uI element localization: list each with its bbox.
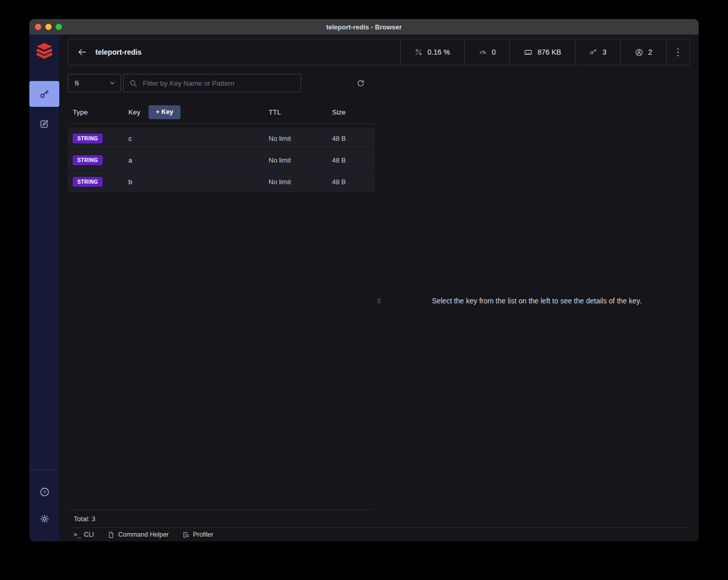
key-size: 48 B <box>332 178 375 186</box>
key-type-badge: STRING <box>73 134 103 143</box>
back-button[interactable] <box>75 45 89 59</box>
column-size: Size <box>332 108 375 116</box>
redis-logo <box>29 35 59 74</box>
key-size: 48 B <box>332 156 375 164</box>
search-box <box>123 74 301 92</box>
cpu-usage-icon <box>415 48 423 56</box>
main-area: teleport-redis 0.16 % <box>59 35 699 541</box>
database-header: teleport-redis 0.16 % <box>68 39 690 66</box>
minimize-button[interactable] <box>45 24 52 30</box>
chevron-down-icon <box>109 79 116 87</box>
keys-list: STRING c No limit 48 B STRING a No limit… <box>68 124 375 509</box>
key-icon <box>39 88 50 100</box>
stat-clients: 2 <box>620 39 666 65</box>
key-name: c <box>128 135 269 142</box>
window-title: teleport-redis - Browser <box>29 23 699 31</box>
gear-icon <box>39 513 50 524</box>
memory-icon <box>524 48 533 57</box>
keys-count-icon <box>589 48 598 56</box>
key-ttl: No limit <box>269 156 332 164</box>
help-icon: ? <box>39 487 50 497</box>
key-ttl: No limit <box>269 178 332 186</box>
keys-total-label: Total: 3 <box>74 515 95 523</box>
cli-label: CLI <box>84 531 94 538</box>
column-ttl: TTL <box>269 108 332 116</box>
settings-button[interactable] <box>29 509 59 528</box>
key-ttl: No limit <box>269 135 332 142</box>
sidebar: ? <box>29 35 59 541</box>
resize-grip-icon: || <box>377 298 381 303</box>
add-key-button[interactable]: + Key <box>148 105 180 119</box>
stat-memory: 876 KB <box>509 39 575 65</box>
key-row[interactable]: STRING a No limit 48 B <box>68 150 375 171</box>
app-window: teleport-redis - Browser <box>29 19 699 541</box>
refresh-icon <box>356 79 365 88</box>
empty-state-message: Select the key from the list on the left… <box>432 297 642 305</box>
help-button[interactable]: ? <box>29 482 59 501</box>
command-helper-tab[interactable]: Command Helper <box>107 531 169 539</box>
key-name: a <box>128 156 269 164</box>
keys-table-header: Type Key + Key TTL Size <box>68 101 375 124</box>
search-icon <box>129 79 138 88</box>
traffic-lights <box>35 19 62 35</box>
key-type-badge: STRING <box>73 155 103 165</box>
titlebar: teleport-redis - Browser <box>29 19 699 35</box>
stat-memory-value: 876 KB <box>537 48 561 56</box>
profiler-label: Profiler <box>193 531 213 538</box>
key-size: 48 B <box>332 135 375 142</box>
stat-commands-value: 0 <box>492 48 496 56</box>
stat-commands: 0 <box>464 39 510 65</box>
document-icon <box>107 531 115 539</box>
sidebar-item-browser[interactable] <box>29 81 59 107</box>
sidebar-nav <box>29 81 59 137</box>
stat-cpu-value: 0.16 % <box>427 48 450 56</box>
database-title-box: teleport-redis <box>68 39 400 65</box>
keys-total: Total: 3 <box>68 509 375 527</box>
keys-panel: Type Key + Key TTL Size STRING c No limi… <box>68 74 375 527</box>
cli-tab[interactable]: >_ CLI <box>74 531 94 538</box>
key-type-badge: STRING <box>73 177 103 187</box>
back-arrow-icon <box>77 47 87 57</box>
panel-resize-handle[interactable]: || <box>375 74 384 527</box>
overflow-menu-button[interactable]: ⋮ <box>666 39 689 65</box>
stat-clients-value: 2 <box>648 48 652 56</box>
close-button[interactable] <box>35 24 41 30</box>
key-type-filter-dropdown[interactable] <box>68 74 121 92</box>
user-icon <box>635 48 643 57</box>
bottom-toolbar: >_ CLI Command Helper <box>68 527 690 541</box>
profiler-tab[interactable]: Profiler <box>182 531 213 539</box>
stat-cpu: 0.16 % <box>400 39 464 65</box>
svg-text:?: ? <box>43 489 45 494</box>
sidebar-item-workbench[interactable] <box>29 111 59 137</box>
profiler-icon <box>182 531 190 539</box>
kebab-icon: ⋮ <box>673 47 683 57</box>
edit-icon <box>39 119 49 129</box>
key-name: b <box>128 178 269 186</box>
gauge-icon <box>478 48 487 57</box>
stat-keys-value: 3 <box>602 48 606 56</box>
database-name: teleport-redis <box>95 48 141 56</box>
column-type: Type <box>73 108 128 116</box>
zoom-button[interactable] <box>56 24 62 30</box>
key-details-panel: Select the key from the list on the left… <box>384 74 690 527</box>
key-row[interactable]: STRING c No limit 48 B <box>68 128 375 150</box>
cli-prompt-icon: >_ <box>74 531 81 538</box>
filter-row <box>68 74 375 92</box>
command-helper-label: Command Helper <box>118 531 169 538</box>
refresh-button[interactable] <box>352 75 369 91</box>
key-row[interactable]: STRING b No limit 48 B <box>68 171 375 193</box>
filter-sliders-icon <box>73 79 81 87</box>
key-search-input[interactable] <box>142 79 295 88</box>
stat-keys: 3 <box>575 39 620 65</box>
sidebar-bottom: ? <box>29 470 59 541</box>
column-key: Key <box>128 108 140 116</box>
